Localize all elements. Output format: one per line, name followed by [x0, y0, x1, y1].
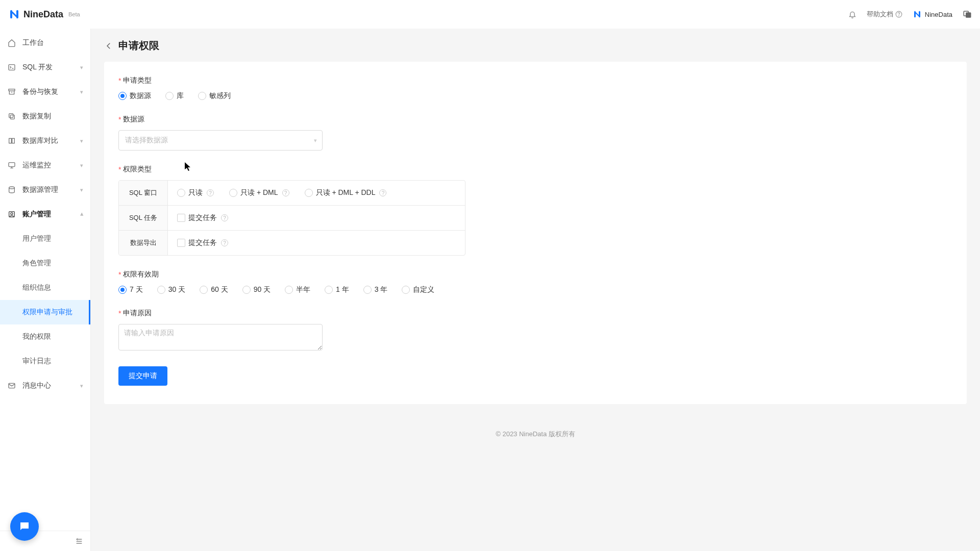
sidebar-item-datasource-mgmt[interactable]: 数据源管理 ▾	[0, 178, 90, 202]
sub-item-role-mgmt[interactable]: 角色管理	[0, 251, 90, 276]
label-reason: 申请原因	[118, 309, 952, 318]
select-datasource[interactable]: 请选择数据源 ▾	[118, 130, 323, 151]
svg-rect-8	[9, 138, 12, 143]
sidebar-item-label: 权限申请与审批	[22, 308, 72, 317]
sidebar-item-compare[interactable]: 数据库对比 ▾	[0, 129, 90, 153]
perm-row-head-data-export: 数据导出	[119, 231, 168, 255]
question-icon	[895, 11, 902, 18]
info-icon[interactable]: ?	[221, 239, 228, 246]
account-icon	[7, 210, 16, 218]
form-card: 申请类型 数据源 库 敏感列 数据源 请选择数据源 ▾ 权限类型	[104, 62, 967, 404]
radio-label: 库	[177, 91, 184, 101]
radio-label: 数据源	[130, 91, 151, 101]
field-datasource: 数据源 请选择数据源 ▾	[118, 115, 952, 151]
sidebar-item-account[interactable]: 账户管理 ▾	[0, 202, 90, 227]
radio-label: 自定义	[413, 285, 434, 294]
collapse-icon	[75, 537, 83, 545]
perm-row-head-sql-task: SQL 任务	[119, 206, 168, 230]
chevron-down-icon: ▾	[80, 64, 83, 71]
help-docs-link[interactable]: 帮助文档	[867, 10, 902, 19]
app-header: NineData Beta 帮助文档 NineData	[0, 0, 980, 29]
radio-request-type-database[interactable]: 库	[165, 91, 184, 101]
brand-logo[interactable]: NineData Beta	[8, 8, 80, 20]
radio-validity-60d[interactable]: 60 天	[200, 285, 228, 294]
svg-point-11	[9, 187, 15, 189]
sidebar-item-label: 工作台	[22, 38, 83, 47]
sidebar-item-backup[interactable]: 备份与恢复 ▾	[0, 80, 90, 104]
radio-validity-30d[interactable]: 30 天	[157, 285, 185, 294]
label-perm-type: 权限类型	[118, 165, 952, 174]
user-menu[interactable]: NineData	[913, 10, 952, 19]
info-icon[interactable]: ?	[221, 214, 228, 221]
checkbox-label: 提交任务	[188, 213, 217, 222]
main-content: 申请权限 申请类型 数据源 库 敏感列 数据源 请选择数据源 ▾	[91, 29, 980, 551]
chevron-down-icon: ▾	[80, 89, 83, 95]
radio-validity-custom[interactable]: 自定义	[402, 285, 434, 294]
checkbox-data-export-submit[interactable]: 提交任务?	[177, 238, 228, 247]
sidebar-item-workspace[interactable]: 工作台	[0, 31, 90, 55]
sidebar-item-label: 数据源管理	[22, 185, 80, 194]
sidebar-item-messages[interactable]: 消息中心 ▾	[0, 373, 90, 398]
sub-item-perm-approval[interactable]: 权限申请与审批	[0, 300, 90, 324]
radio-validity-7d[interactable]: 7 天	[118, 285, 143, 294]
sub-item-user-mgmt[interactable]: 用户管理	[0, 227, 90, 251]
sidebar-item-label: 用户管理	[22, 234, 51, 243]
radio-label: 只读 + DML + DDL	[316, 188, 376, 197]
sub-item-my-perms[interactable]: 我的权限	[0, 324, 90, 349]
page-title: 申请权限	[118, 39, 159, 53]
user-name: NineData	[925, 11, 952, 18]
sidebar-item-label: 数据库对比	[22, 136, 80, 145]
field-validity: 权限有效期 7 天 30 天 60 天 90 天 半年 1 年 3 年 自定义	[118, 270, 952, 294]
radio-label: 30 天	[168, 285, 185, 294]
radio-label: 3 年	[375, 285, 388, 294]
sidebar-item-replication[interactable]: 数据复制	[0, 104, 90, 129]
checkbox-sql-task-submit[interactable]: 提交任务?	[177, 213, 228, 222]
submit-button[interactable]: 提交申请	[118, 366, 167, 386]
sidebar-item-sql-dev[interactable]: SQL 开发 ▾	[0, 55, 90, 80]
sidebar-item-label: SQL 开发	[22, 63, 80, 72]
brand-beta: Beta	[68, 11, 80, 17]
chat-icon	[18, 520, 31, 533]
checkbox-label: 提交任务	[188, 238, 217, 247]
radio-validity-halfyear[interactable]: 半年	[285, 285, 310, 294]
radio-validity-3y[interactable]: 3 年	[363, 285, 388, 294]
account-submenu: 用户管理 角色管理 组织信息 权限申请与审批 我的权限 审计日志	[0, 227, 90, 373]
radio-sql-window-dml[interactable]: 只读 + DML?	[229, 188, 289, 197]
sidebar-item-label: 消息中心	[22, 381, 80, 390]
language-icon[interactable]	[963, 10, 972, 19]
svg-rect-4	[9, 65, 15, 70]
info-icon[interactable]: ?	[207, 189, 214, 196]
footer-copyright: © 2023 NineData 版权所有	[91, 414, 980, 439]
radio-sql-window-ddl[interactable]: 只读 + DML + DDL?	[305, 188, 387, 197]
radio-label: 只读 + DML	[240, 188, 278, 197]
bell-icon[interactable]	[848, 10, 856, 18]
textarea-reason[interactable]	[118, 324, 323, 350]
radio-label: 60 天	[211, 285, 228, 294]
brand-name: NineData	[23, 9, 63, 20]
chat-fab[interactable]	[10, 512, 39, 541]
radio-request-type-sensitive-col[interactable]: 敏感列	[198, 91, 231, 101]
back-button[interactable]	[104, 41, 113, 51]
radio-sql-window-readonly[interactable]: 只读?	[177, 188, 214, 197]
radio-validity-90d[interactable]: 90 天	[242, 285, 271, 294]
chevron-down-icon: ▾	[80, 162, 83, 169]
info-icon[interactable]: ?	[282, 189, 289, 196]
sub-item-org-info[interactable]: 组织信息	[0, 276, 90, 300]
sidebar-item-label: 审计日志	[22, 357, 51, 366]
sidebar: 工作台 SQL 开发 ▾ 备份与恢复 ▾ 数据复制 数据库对比 ▾	[0, 29, 91, 551]
logo-icon	[8, 8, 20, 20]
archive-icon	[7, 88, 16, 96]
radio-request-type-datasource[interactable]: 数据源	[118, 91, 151, 101]
monitor-icon	[7, 161, 16, 169]
radio-label: 7 天	[130, 285, 143, 294]
sidebar-item-label: 组织信息	[22, 283, 51, 292]
terminal-icon	[7, 63, 16, 71]
sub-item-audit-log[interactable]: 审计日志	[0, 349, 90, 373]
info-icon[interactable]: ?	[379, 189, 386, 196]
radio-label: 1 年	[336, 285, 349, 294]
radio-validity-1y[interactable]: 1 年	[325, 285, 349, 294]
radio-label: 90 天	[254, 285, 271, 294]
chevron-down-icon: ▾	[80, 383, 83, 389]
home-icon	[7, 39, 16, 47]
sidebar-item-ops[interactable]: 运维监控 ▾	[0, 153, 90, 178]
